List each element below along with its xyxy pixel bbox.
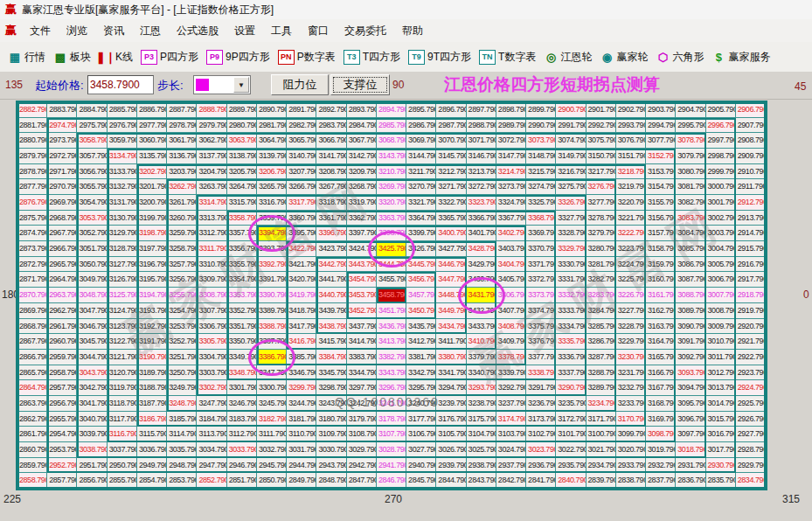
grid-cell[interactable]: 2867.7900 xyxy=(17,334,47,350)
grid-cell[interactable]: 3416.7900 xyxy=(287,334,316,350)
grid-cell[interactable]: 2990.7900 xyxy=(526,118,556,134)
grid-cell[interactable]: 3417.7900 xyxy=(287,319,316,335)
grid-cell[interactable]: 3376.7900 xyxy=(526,334,556,350)
grid-cell[interactable]: 3290.7900 xyxy=(556,380,586,396)
grid-cell[interactable]: 3442.7900 xyxy=(316,257,346,273)
grid-cell[interactable]: 3312.7900 xyxy=(197,226,226,241)
grid-cell[interactable]: 3453.7900 xyxy=(347,288,377,303)
grid-cell[interactable]: 2888.7900 xyxy=(197,102,226,118)
grid-cell[interactable]: 3285.7900 xyxy=(586,319,616,335)
grid-cell[interactable]: 3181.7900 xyxy=(287,412,316,427)
grid-cell[interactable]: 3164.7900 xyxy=(646,334,676,350)
grid-cell[interactable]: 3418.7900 xyxy=(287,303,316,319)
grid-cell[interactable]: 2841.7900 xyxy=(526,473,556,489)
grid-cell[interactable]: 3137.7900 xyxy=(197,149,226,164)
grid-cell[interactable]: 3338.7900 xyxy=(526,365,556,381)
grid-cell[interactable]: 3319.7900 xyxy=(347,195,377,211)
grid-cell[interactable]: 3403.7900 xyxy=(496,241,526,257)
grid-cell[interactable]: 3346.7900 xyxy=(287,365,316,381)
grid-cell[interactable]: 3395.7900 xyxy=(287,226,316,241)
grid-cell[interactable]: 2966.7900 xyxy=(47,241,77,257)
grid-cell[interactable]: 2878.7900 xyxy=(17,164,47,180)
grid-cell[interactable]: 3327.7900 xyxy=(556,211,586,226)
menu-settings[interactable]: 设置 xyxy=(226,19,263,42)
grid-cell[interactable]: 3046.7900 xyxy=(77,319,107,335)
grid-cell[interactable]: 2927.7900 xyxy=(736,427,766,442)
grid-cell[interactable]: 3383.7900 xyxy=(347,350,377,365)
grid-cell[interactable]: 3249.7900 xyxy=(167,380,197,396)
grid-cell[interactable]: 3407.7900 xyxy=(496,303,526,319)
grid-cell[interactable]: 3389.7900 xyxy=(257,303,287,319)
grid-cell[interactable]: 3022.7900 xyxy=(556,442,586,458)
menu-browse[interactable]: 浏览 xyxy=(59,19,95,42)
grid-cell[interactable]: 3240.7900 xyxy=(406,396,436,412)
grid-cell[interactable]: 3330.7900 xyxy=(556,257,586,273)
grid-cell[interactable]: 3031.7900 xyxy=(287,442,316,458)
grid-cell[interactable]: 2923.7900 xyxy=(736,365,766,381)
grid-cell[interactable]: 3015.7900 xyxy=(706,412,736,427)
grid-cell[interactable]: 3130.7900 xyxy=(108,211,137,226)
grid-cell[interactable]: 2901.7900 xyxy=(586,102,616,118)
grid-cell[interactable]: 2983.7900 xyxy=(316,118,346,134)
grid-cell[interactable]: 3298.7900 xyxy=(316,380,346,396)
grid-cell[interactable]: 3040.7900 xyxy=(77,412,107,427)
grid-cell[interactable]: 3081.7900 xyxy=(676,179,705,195)
grid-cell[interactable]: 2935.7900 xyxy=(556,458,586,474)
grid-cell[interactable]: 3025.7900 xyxy=(467,442,496,458)
grid-cell[interactable]: 3074.7900 xyxy=(556,133,586,149)
grid-cell[interactable]: 3097.7900 xyxy=(676,427,705,442)
grid-cell[interactable]: 3356.7900 xyxy=(227,241,257,257)
grid-cell[interactable]: 3309.7900 xyxy=(197,272,226,288)
grid-cell[interactable]: 3365.7900 xyxy=(436,211,466,226)
grid-cell[interactable]: 3378.7900 xyxy=(496,350,526,365)
grid-cell[interactable]: 3010.7900 xyxy=(706,334,736,350)
grid-cell[interactable]: 3239.7900 xyxy=(436,396,466,412)
grid-cell[interactable]: 2947.7900 xyxy=(197,458,226,474)
grid-cell[interactable]: 3201.7900 xyxy=(137,179,167,195)
grid-cell[interactable]: 3004.7900 xyxy=(706,241,736,257)
grid-cell[interactable]: 3199.7900 xyxy=(137,211,167,226)
grid-cell[interactable]: 3399.7900 xyxy=(406,226,436,241)
grid-cell[interactable]: 2939.7900 xyxy=(436,458,466,474)
grid-cell[interactable]: 3264.7900 xyxy=(227,179,257,195)
grid-cell[interactable]: 3197.7900 xyxy=(137,241,167,257)
grid-cell[interactable]: 3296.7900 xyxy=(377,380,406,396)
grid-cell[interactable]: 3314.7900 xyxy=(197,195,226,211)
grid-cell[interactable]: 2949.7900 xyxy=(137,458,167,474)
grid-cell[interactable]: 2884.7900 xyxy=(77,102,107,118)
grid-cell[interactable]: 3434.7900 xyxy=(436,319,466,335)
grid-cell[interactable]: 3156.7900 xyxy=(646,211,676,226)
grid-cell[interactable]: 3151.7900 xyxy=(616,149,646,164)
grid-cell[interactable]: 2953.7900 xyxy=(47,442,77,458)
grid-cell[interactable]: 3070.7900 xyxy=(436,133,466,149)
grid-cell[interactable]: 3150.7900 xyxy=(586,149,616,164)
grid-cell[interactable]: 2914.7900 xyxy=(736,226,766,241)
grid-cell[interactable]: 3206.7900 xyxy=(257,164,287,180)
grid-cell[interactable]: 2963.7900 xyxy=(47,288,77,303)
grid-cell[interactable]: 3135.7900 xyxy=(137,149,167,164)
grid-cell[interactable]: 3118.7900 xyxy=(108,396,137,412)
grid-cell[interactable]: 2879.7900 xyxy=(17,149,47,164)
grid-cell[interactable]: 3139.7900 xyxy=(257,149,287,164)
grid-cell[interactable]: 3078.7900 xyxy=(676,133,705,149)
grid-cell[interactable]: 3032.7900 xyxy=(257,442,287,458)
grid-cell[interactable]: 2991.7900 xyxy=(556,118,586,134)
grid-cell[interactable]: 3280.7900 xyxy=(586,241,616,257)
grid-cell[interactable]: 3013.7900 xyxy=(706,380,736,396)
grid-cell[interactable]: 3083.7900 xyxy=(676,211,705,226)
grid-cell[interactable]: 2864.7900 xyxy=(17,380,47,396)
toolbar-item-t-table[interactable]: TNT数字表 xyxy=(479,50,536,65)
grid-cell[interactable]: 2916.7900 xyxy=(736,257,766,273)
grid-cell[interactable]: 3304.7900 xyxy=(197,350,226,365)
grid-cell[interactable]: 2972.7900 xyxy=(47,149,77,164)
grid-cell[interactable]: 3394.7900 xyxy=(257,226,287,241)
grid-cell[interactable]: 2907.7900 xyxy=(736,118,766,134)
grid-cell[interactable]: 2955.7900 xyxy=(47,412,77,427)
grid-cell[interactable]: 3051.7900 xyxy=(77,241,107,257)
grid-cell[interactable]: 3107.7900 xyxy=(377,427,406,442)
grid-cell[interactable]: 3224.7900 xyxy=(616,257,646,273)
grid-cell[interactable]: 3177.7900 xyxy=(406,412,436,427)
grid-cell[interactable]: 2869.7900 xyxy=(17,303,47,319)
grid-cell[interactable]: 2873.7900 xyxy=(17,241,47,257)
grid-cell[interactable]: 2845.7900 xyxy=(406,473,436,489)
